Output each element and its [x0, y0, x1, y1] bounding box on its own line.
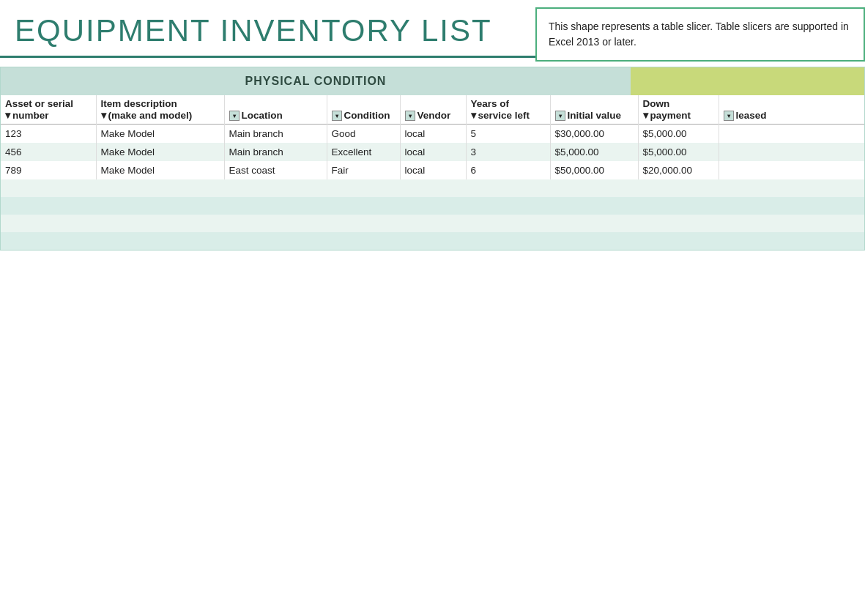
cell-location: East coast	[224, 161, 327, 179]
table-row: 123 Make Model Main branch Good local 5 …	[1, 125, 864, 144]
cell-condition: Excellent	[327, 143, 400, 161]
col-header-asset-line1: Asset or serial	[5, 98, 92, 109]
col-header-down-line2: payment	[650, 110, 691, 121]
col-header-vendor: ▾ Vendor	[400, 95, 466, 125]
table-header-row: Asset or serial ▾ number Item descriptio…	[1, 95, 864, 125]
section-header-accent	[631, 67, 864, 95]
table-row: 456 Make Model Main branch Excellent loc…	[1, 143, 864, 161]
filter-years-btn[interactable]: ▾	[471, 109, 476, 121]
cell-years: 3	[466, 143, 550, 161]
cell-initial: $30,000.00	[550, 125, 638, 144]
slicer-text: This shape represents a table slicer. Ta…	[549, 21, 849, 48]
empty-row	[1, 179, 864, 197]
empty-row-alt	[1, 197, 864, 215]
filter-down-btn[interactable]: ▾	[643, 109, 648, 121]
cell-condition: Fair	[327, 161, 400, 179]
section-header-label: PHYSICAL CONDITION	[1, 67, 631, 95]
cell-vendor: local	[400, 125, 466, 144]
col-header-leased: ▾ leased	[719, 95, 864, 125]
col-header-location-label: Location	[242, 110, 283, 121]
col-header-down-line1: Down	[643, 98, 714, 109]
filter-asset-btn[interactable]: ▾	[5, 109, 10, 121]
col-header-item-line2: (make and model)	[108, 110, 193, 121]
cell-leased	[719, 125, 864, 144]
table-row: 789 Make Model East coast Fair local 6 $…	[1, 161, 864, 179]
section-header: PHYSICAL CONDITION	[1, 67, 864, 95]
empty-row	[1, 215, 864, 232]
cell-years: 6	[466, 161, 550, 179]
col-header-leased-label: leased	[736, 110, 767, 121]
filter-vendor-btn[interactable]: ▾	[405, 111, 415, 121]
cell-down: $5,000.00	[638, 143, 719, 161]
col-header-vendor-label: Vendor	[417, 110, 451, 121]
cell-initial: $50,000.00	[550, 161, 638, 179]
filter-location-btn[interactable]: ▾	[229, 111, 240, 121]
cell-initial: $5,000.00	[550, 143, 638, 161]
filter-item-btn[interactable]: ▾	[101, 109, 106, 121]
col-header-years-line2: service left	[478, 110, 530, 121]
cell-item: Make Model	[96, 161, 224, 179]
cell-item: Make Model	[96, 125, 224, 144]
col-header-initial: ▾ Initial value	[550, 95, 638, 125]
empty-row-alt	[1, 232, 864, 250]
col-header-initial-label: Initial value	[568, 110, 622, 121]
cell-down: $20,000.00	[638, 161, 719, 179]
slicer-box: This shape represents a table slicer. Ta…	[535, 7, 865, 62]
cell-asset: 123	[1, 125, 96, 144]
cell-location: Main branch	[224, 143, 327, 161]
cell-leased	[719, 143, 864, 161]
col-header-asset-line2: number	[12, 110, 49, 121]
col-header-years: Years of ▾ service left	[466, 95, 550, 125]
col-header-item: Item description ▾ (make and model)	[96, 95, 224, 125]
cell-asset: 789	[1, 161, 96, 179]
col-header-condition-label: Condition	[344, 110, 390, 121]
col-header-years-line1: Years of	[471, 98, 546, 109]
inventory-table: Asset or serial ▾ number Item descriptio…	[1, 95, 864, 250]
col-header-item-line1: Item description	[101, 98, 220, 109]
col-header-down: Down ▾ payment	[638, 95, 719, 125]
table-wrapper: PHYSICAL CONDITION Asset or serial ▾ num…	[0, 67, 865, 251]
cell-item: Make Model	[96, 143, 224, 161]
filter-initial-btn[interactable]: ▾	[555, 111, 565, 121]
filter-condition-btn[interactable]: ▾	[332, 111, 342, 121]
cell-years: 5	[466, 125, 550, 144]
col-header-location: ▾ Location	[224, 95, 327, 125]
cell-condition: Good	[327, 125, 400, 144]
cell-vendor: local	[400, 143, 466, 161]
cell-asset: 456	[1, 143, 96, 161]
col-header-condition: ▾ Condition	[327, 95, 400, 125]
cell-vendor: local	[400, 161, 466, 179]
col-header-asset: Asset or serial ▾ number	[1, 95, 96, 125]
filter-leased-btn[interactable]: ▾	[724, 111, 734, 121]
cell-down: $5,000.00	[638, 125, 719, 144]
cell-leased	[719, 161, 864, 179]
cell-location: Main branch	[224, 125, 327, 144]
